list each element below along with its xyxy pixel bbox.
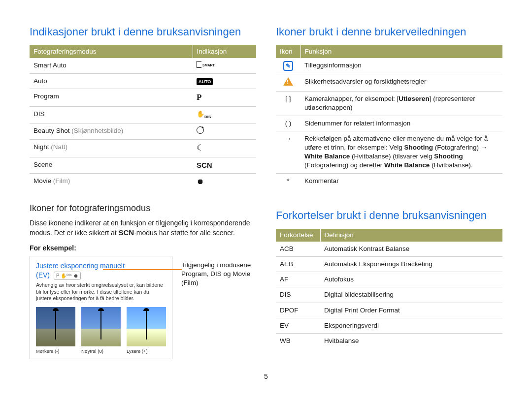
thumb-image [127,307,166,346]
table-row: AutoAUTO [30,74,256,89]
table-row: DPOFDigital Print Order Format [276,303,502,318]
abbr-def: Eksponeringsverdi [320,318,502,333]
mode-cell: Movie (Film) [30,174,193,190]
example-title: Justere eksponering manuelt (EV) P ✋ᴰᴵˢ … [36,261,166,280]
auto-icon: AUTO [193,74,256,89]
right-column: Ikoner brukt i denne brukerveiledningen … [276,25,502,359]
table-row: WBHvitbalanse [276,334,502,349]
subheading-ikoner-fotomodus: Ikoner for fotograferingsmodus [30,202,256,214]
abbr-key: DPOF [276,303,320,318]
callout-text: Tilgjengelig i modusene Program, DIS og … [181,256,256,288]
funksjon-cell: Sikkerhetsadvarsler og forsiktighetsregl… [300,74,502,91]
funksjon-cell: Tilleggsinformasjon [300,58,502,74]
th-funksjon: Funksjon [300,45,502,58]
subtext-fotomodus: Disse ikonene indikerer at en funksjon e… [30,218,256,238]
abbr-def: Digital Print Order Format [320,303,502,318]
abbr-key: ACB [276,242,320,257]
left-column: Indikasjoner brukt i denne bruksanvisnin… [30,25,256,359]
mode-cell: Auto [30,74,193,89]
table-row: *Kommentar [276,173,502,188]
abbr-def: Hvitbalanse [320,334,502,349]
mode-cell: Night (Natt) [30,139,193,157]
thumb-label: Mørkere (-) [36,348,75,355]
funksjon-cell: Kameraknapper, for eksempel: [Utløseren]… [300,92,502,116]
abbr-key: AF [276,272,320,287]
movie-icon: ⏺ [193,174,256,190]
table-row: AFAutofokus [276,272,502,287]
heading-forkortelser: Forkortelser brukt i denne bruksanvisnin… [276,208,502,223]
table-row: EVEksponeringsverdi [276,318,502,333]
beauty-shot-icon [193,123,256,139]
table-row: ProgramP [30,89,256,107]
th-forkortelse: Forkortelse [276,229,320,242]
thumb-image [36,307,75,346]
arrow-icon: → [276,131,300,173]
mode-cell: DIS [30,107,193,123]
th-fotomodus: Fotograferingsmodus [30,45,193,58]
mode-cell: Scene [30,157,193,173]
table-row: Beauty Shot (Skjønnhetsbilde) [30,123,256,139]
table-row: DIS✋ [30,107,256,123]
example-thumb: Lysere (+) [127,307,166,355]
night-icon: ☾ [193,139,256,157]
example-box: Justere eksponering manuelt (EV) P ✋ᴰᴵˢ … [30,256,172,359]
table-row: SceneSCN [30,157,256,173]
abbr-def: Digital bildestabilisering [320,287,502,303]
smart-auto-icon [193,58,256,74]
table-row: →Rekkefølgen på alternativene eller meny… [276,131,502,173]
table-row: Smart Auto [30,58,256,74]
table-row: DISDigital bildestabilisering [276,287,502,303]
th-ikon: Ikon [276,45,300,58]
heading-indikasjoner: Indikasjoner brukt i denne bruksanvisnin… [30,25,256,39]
abbr-def: Autofokus [320,272,502,287]
info-icon: ✎ [276,58,300,74]
for-example-label: For eksempel: [30,244,256,253]
mode-cell: Smart Auto [30,58,193,74]
thumb-label: Lysere (+) [127,348,166,355]
abbr-key: AEB [276,257,320,272]
table-row: AEBAutomatisk Eksponerings Bracketing [276,257,502,272]
thumb-image [81,307,121,346]
abbr-key: WB [276,334,320,349]
abbr-def: Automatisk Eksponerings Bracketing [320,257,502,272]
abbr-key: DIS [276,287,320,303]
program-icon: P [193,89,256,107]
thumb-label: Nøytral (0) [81,348,121,355]
example-thumb: Mørkere (-) [36,307,75,355]
table-forkortelser: Forkortelse Definisjon ACBAutomatisk Kon… [276,229,502,349]
dis-icon: ✋ [193,107,256,123]
table-row: Movie (Film)⏺ [30,174,256,190]
mode-chip: P ✋ᴰᴵˢ ⏺ [54,272,81,280]
table-fotograferingsmodus: Fotograferingsmodus Indikasjon Smart Aut… [30,45,256,190]
scene-icon: SCN [193,157,256,173]
table-ikoner-funksjon: Ikon Funksjon ✎TilleggsinformasjonSikker… [276,45,502,188]
funksjon-cell: Kommentar [300,173,502,188]
th-definisjon: Definisjon [320,229,502,242]
mode-cell: Program [30,89,193,107]
parens-icon: ( ) [276,116,300,131]
warning-icon [276,74,300,91]
table-row: [ ]Kameraknapper, for eksempel: [Utløser… [276,92,502,116]
table-row: ACBAutomatisk Kontrast Balanse [276,242,502,257]
abbr-def: Automatisk Kontrast Balanse [320,242,502,257]
table-row: Night (Natt)☾ [30,139,256,157]
example-thumb: Nøytral (0) [81,307,121,355]
funksjon-cell: Sidenummer for relatert informasjon [300,116,502,131]
th-indikasjon: Indikasjon [193,45,256,58]
funksjon-cell: Rekkefølgen på alternativene eller menye… [300,131,502,173]
asterisk-icon: * [276,173,300,188]
example-body-text: Avhengig av hvor sterkt omgivelseslyset … [36,282,166,302]
abbr-key: EV [276,318,320,333]
mode-cell: Beauty Shot (Skjønnhetsbilde) [30,123,193,139]
brackets-icon: [ ] [276,92,300,116]
table-row: ( )Sidenummer for relatert informasjon [276,116,502,131]
page-number: 5 [30,372,502,381]
heading-ikoner-veiledning: Ikoner brukt i denne brukerveiledningen [276,25,502,39]
table-row: ✎Tilleggsinformasjon [276,58,502,74]
table-row: Sikkerhetsadvarsler og forsiktighetsregl… [276,74,502,91]
